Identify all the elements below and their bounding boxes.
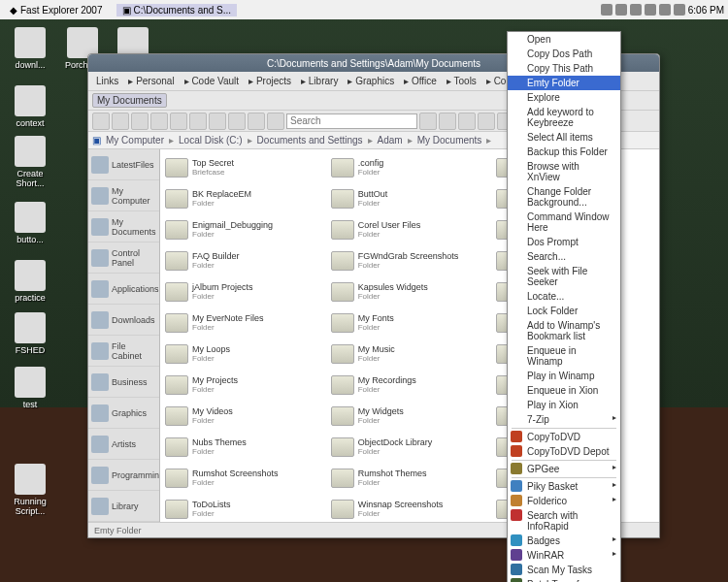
- sidebar-item[interactable]: Business: [88, 367, 159, 398]
- file-item[interactable]: BK ReplaceEMFolder: [164, 184, 324, 213]
- toolbar-button[interactable]: [209, 113, 226, 130]
- file-item[interactable]: Nubs ThemesFolder: [164, 433, 324, 462]
- context-menu-item[interactable]: CopyToDVD Depot: [508, 444, 620, 459]
- sidebar-item[interactable]: LatestFiles: [88, 149, 159, 180]
- file-item[interactable]: My EverNote FilesFolder: [164, 308, 324, 338]
- taskbar-tab[interactable]: ▣ C:\Documents and S...: [116, 4, 238, 16]
- file-item[interactable]: Top SecretBriefcase: [164, 153, 324, 182]
- context-menu-item[interactable]: CopyToDVD: [508, 430, 620, 444]
- desktop-icon[interactable]: Create Short...: [6, 136, 54, 188]
- sidebar-item[interactable]: My Computer: [88, 180, 159, 211]
- toolbar-button[interactable]: [439, 113, 456, 130]
- toolbar-button[interactable]: [267, 113, 284, 130]
- search-input[interactable]: [286, 113, 417, 129]
- tray-icon[interactable]: [630, 4, 642, 16]
- context-menu-item[interactable]: Command Window Here: [508, 210, 620, 235]
- file-item[interactable]: FAQ BuilderFolder: [164, 246, 324, 275]
- breadcrumb-item[interactable]: Local Disk (C:): [176, 135, 246, 146]
- desktop-icon[interactable]: FSHED: [6, 312, 54, 355]
- context-menu-item[interactable]: Folderico: [508, 494, 620, 508]
- desktop-icon[interactable]: Running Script...: [6, 464, 54, 516]
- context-menu-item[interactable]: Locate...: [508, 289, 620, 304]
- context-menu-item[interactable]: Emty Folder: [508, 76, 620, 90]
- toolbar-button[interactable]: [478, 113, 495, 130]
- file-item[interactable]: jAlbum ProjectsFolder: [164, 277, 324, 307]
- links-bar-item[interactable]: ▸ Library: [297, 75, 342, 87]
- breadcrumb-item[interactable]: My Computer: [103, 135, 167, 146]
- context-menu-item[interactable]: Copy This Path: [508, 61, 620, 76]
- context-menu-item[interactable]: Dos Prompt: [508, 235, 620, 249]
- sidebar-item[interactable]: Programming: [88, 460, 159, 491]
- context-menu-item[interactable]: Enqueue in Winamp: [508, 343, 620, 369]
- tray-icon[interactable]: [601, 4, 612, 16]
- file-item[interactable]: My MusicFolder: [330, 340, 490, 369]
- tray-icon[interactable]: [645, 4, 656, 16]
- context-menu-item[interactable]: Badges: [508, 534, 620, 548]
- file-item[interactable]: Winsnap ScreenshotsFolder: [330, 495, 490, 522]
- sidebar-item[interactable]: Graphics: [88, 398, 159, 429]
- breadcrumb-item[interactable]: Documents and Settings: [254, 135, 366, 146]
- toolbar-button[interactable]: [189, 113, 207, 130]
- sidebar-item[interactable]: Applications: [88, 274, 159, 305]
- context-menu-item[interactable]: Scan My Tasks: [508, 563, 620, 577]
- file-item[interactable]: My VideosFolder: [164, 402, 324, 431]
- desktop-icon[interactable]: practice: [6, 260, 54, 303]
- links-bar-item[interactable]: ▸ Tools: [443, 75, 480, 87]
- desktop-icon[interactable]: downl...: [6, 27, 54, 70]
- breadcrumb-item[interactable]: My Documents: [414, 135, 485, 146]
- file-item[interactable]: Kapsules WidgetsFolder: [330, 277, 490, 307]
- desktop-icon[interactable]: context: [6, 85, 54, 128]
- desktop-icon[interactable]: test: [6, 367, 54, 409]
- desktop-icon[interactable]: butto...: [6, 202, 54, 244]
- toolbar-button[interactable]: [458, 113, 476, 130]
- file-item[interactable]: Rumshot ScreenshotsFolder: [164, 464, 324, 493]
- toolbar-button[interactable]: [419, 113, 437, 130]
- file-item[interactable]: My ProjectsFolder: [164, 371, 324, 400]
- context-menu-item[interactable]: Select All items: [508, 130, 620, 145]
- forward-button[interactable]: [112, 113, 129, 130]
- up-button[interactable]: [131, 113, 149, 130]
- sidebar-item[interactable]: Artists: [88, 429, 159, 460]
- file-item[interactable]: My RecordingsFolder: [330, 371, 490, 400]
- context-menu-item[interactable]: Piky Basket: [508, 479, 620, 494]
- links-bar-item[interactable]: ▸ Code Vault: [181, 75, 244, 87]
- taskbar-tab[interactable]: ◆ Fast Explorer 2007: [4, 4, 109, 16]
- context-menu-item[interactable]: Play in Xion: [508, 398, 620, 412]
- toolbar-button[interactable]: [248, 113, 265, 130]
- sidebar-item[interactable]: Downloads: [88, 305, 159, 336]
- tray-icon[interactable]: [615, 4, 627, 16]
- context-menu-item[interactable]: BatchTransfer: [508, 577, 620, 582]
- context-menu-item[interactable]: Change Folder Background...: [508, 184, 620, 210]
- sidebar-item[interactable]: Control Panel: [88, 242, 159, 274]
- file-item[interactable]: Corel User FilesFolder: [330, 215, 490, 244]
- tray-icon[interactable]: [674, 4, 685, 16]
- context-menu-item[interactable]: Lock Folder: [508, 304, 620, 318]
- context-menu-item[interactable]: Play in Winamp: [508, 369, 620, 383]
- file-item[interactable]: ToDoListsFolder: [164, 495, 324, 522]
- links-bar-item[interactable]: ▸ Graphics: [344, 75, 398, 87]
- links-bar-item[interactable]: ▸ Personal: [124, 75, 178, 87]
- document-tab[interactable]: My Documents: [92, 93, 167, 108]
- context-menu-item[interactable]: Backup this Folder: [508, 145, 620, 159]
- breadcrumb-item[interactable]: Adam: [375, 135, 406, 146]
- file-item[interactable]: My LoopsFolder: [164, 340, 324, 369]
- context-menu-item[interactable]: Seek with File Seeker: [508, 264, 620, 289]
- sidebar-item[interactable]: Library: [88, 491, 159, 522]
- context-menu-item[interactable]: Open: [508, 32, 620, 47]
- context-menu-item[interactable]: Search with InfoRapid: [508, 508, 620, 534]
- links-bar-item[interactable]: ▸ Projects: [245, 75, 295, 87]
- context-menu-item[interactable]: WinRAR: [508, 548, 620, 563]
- links-bar-item[interactable]: ▸ Office: [400, 75, 441, 87]
- context-menu-item[interactable]: GPGee: [508, 462, 620, 476]
- file-item[interactable]: Rumshot ThemesFolder: [330, 464, 490, 493]
- file-item[interactable]: .configFolder: [330, 153, 490, 182]
- toolbar-button[interactable]: [228, 113, 246, 130]
- context-menu-item[interactable]: Explore: [508, 90, 620, 105]
- back-button[interactable]: [92, 113, 110, 130]
- context-menu-item[interactable]: Add to Winamp's Bookmark list: [508, 318, 620, 343]
- context-menu-item[interactable]: Search...: [508, 249, 620, 264]
- toolbar-button[interactable]: [170, 113, 187, 130]
- context-menu-item[interactable]: 7-Zip: [508, 412, 620, 427]
- file-item[interactable]: ObjectDock LibraryFolder: [330, 433, 490, 462]
- file-item[interactable]: Enigmail_DebuggingFolder: [164, 215, 324, 244]
